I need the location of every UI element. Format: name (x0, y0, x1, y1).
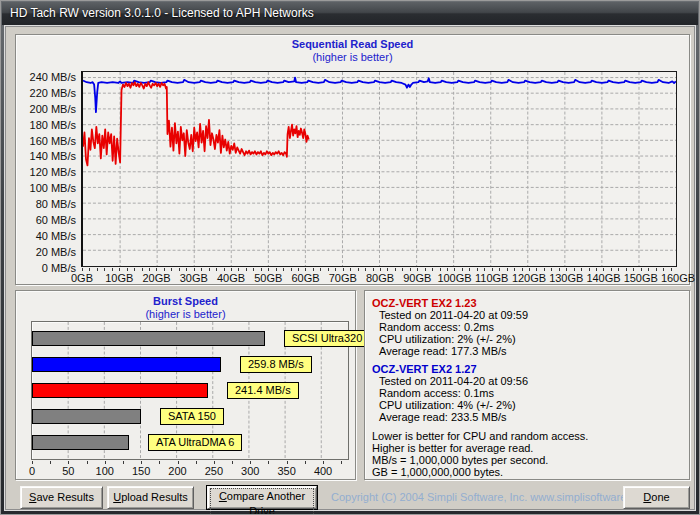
burst-x-tick-label: 250 (197, 465, 231, 477)
y-axis-tick-label: 100 MB/s (16, 182, 76, 194)
burst-speed-panel: Burst Speed (higher is better) SCSI Ultr… (15, 290, 356, 480)
upload-results-label: Upload Results (110, 489, 191, 506)
note-line: MB/s = 1,000,000 bytes per second. (372, 454, 685, 466)
save-results-label: Save Results (23, 489, 100, 506)
burst-bar (32, 435, 129, 450)
drive-stat-line: Random access: 0.2ms (372, 321, 685, 333)
hdtach-window: HD Tach RW version 3.0.1.0 - Licensed to… (0, 0, 700, 515)
burst-bar-label: SATA 150 (160, 408, 224, 425)
burst-x-tick-label: 0 (15, 465, 49, 477)
y-axis-tick-label: 80 MB/s (16, 198, 76, 210)
y-axis-tick-label: 200 MB/s (16, 103, 76, 115)
burst-bar (32, 383, 208, 398)
compare-another-drive-button[interactable]: Compare Another Drive (207, 486, 317, 509)
y-axis-tick-label: 220 MB/s (16, 87, 76, 99)
x-axis-tick-label: 160GB (653, 272, 700, 284)
y-axis-tick-label: 140 MB/s (16, 150, 76, 162)
drive-result-section: OCZ-VERT EX2 1.27Tested on 2011-04-20 at… (372, 363, 685, 423)
drive-name: OCZ-VERT EX2 1.23 (372, 297, 685, 309)
y-axis-tick-label: 180 MB/s (16, 119, 76, 131)
burst-bar-label: ATA UltraDMA 6 (148, 434, 242, 451)
drive-name: OCZ-VERT EX2 1.27 (372, 363, 685, 375)
burst-plot-area: SCSI Ultra320259.8 MB/s241.4 MB/sSATA 15… (31, 321, 349, 460)
sequential-read-panel: Sequential Read Speed (higher is better)… (15, 34, 690, 285)
done-button[interactable]: Done (623, 486, 690, 509)
results-info-panel: OCZ-VERT EX2 1.23Tested on 2011-04-20 at… (364, 290, 690, 480)
burst-bar (32, 409, 141, 424)
burst-x-tick-label: 150 (124, 465, 158, 477)
read-speed-line-red (83, 82, 309, 165)
sequential-gridlines (83, 72, 676, 266)
burst-chart-title: Burst Speed (16, 295, 355, 307)
note-line: Lower is better for CPU and random acces… (372, 430, 685, 442)
results-text: OCZ-VERT EX2 1.23Tested on 2011-04-20 at… (372, 295, 685, 478)
compare-another-drive-label: Compare Another Drive (210, 488, 314, 515)
burst-x-axis-ticks (32, 461, 350, 464)
y-axis-tick-label: 240 MB/s (16, 71, 76, 83)
y-axis-tick-label: 160 MB/s (16, 135, 76, 147)
drive-stat-line: Tested on 2011-04-20 at 09:59 (372, 309, 685, 321)
drive-stat-line: Tested on 2011-04-20 at 09:56 (372, 375, 685, 387)
burst-bar (32, 331, 265, 346)
sequential-plot-svg (83, 72, 676, 266)
burst-bar-label: 241.4 MB/s (227, 382, 299, 399)
burst-x-tick-label: 50 (51, 465, 85, 477)
sequential-x-axis-ticks (82, 268, 678, 271)
burst-x-tick-label: 100 (88, 465, 122, 477)
sequential-chart-title: Sequential Read Speed (16, 38, 689, 50)
title-bar[interactable]: HD Tach RW version 3.0.1.0 - Licensed to… (2, 2, 698, 25)
drive-stat-line: Average read: 177.3 MB/s (372, 345, 685, 357)
sequential-plot-area (81, 71, 677, 267)
burst-bar (32, 357, 221, 372)
drive-stat-line: Random access: 0.1ms (372, 387, 685, 399)
window-title: HD Tach RW version 3.0.1.0 - Licensed to… (2, 2, 698, 25)
drive-stat-line: Average read: 233.5 MB/s (372, 411, 685, 423)
note-line: Higher is better for average read. (372, 442, 685, 454)
drive-result-section: OCZ-VERT EX2 1.23Tested on 2011-04-20 at… (372, 297, 685, 357)
burst-chart-subtitle: (higher is better) (16, 308, 355, 320)
burst-x-tick-label: 400 (306, 465, 340, 477)
burst-bar-label: 259.8 MB/s (240, 356, 312, 373)
note-line: GB = 1,000,000,000 bytes. (372, 466, 685, 478)
burst-x-tick-label: 350 (270, 465, 304, 477)
burst-x-tick-label: 200 (161, 465, 195, 477)
copyright-text: Copyright (C) 2004 Simpli Software, Inc.… (331, 491, 613, 503)
sequential-chart-subtitle: (higher is better) (16, 51, 689, 63)
y-axis-tick-label: 40 MB/s (16, 230, 76, 242)
dialog-client-area: Sequential Read Speed (higher is better)… (5, 26, 695, 510)
burst-x-tick-label: 300 (233, 465, 267, 477)
drive-stat-line: CPU utilization: 4% (+/- 2%) (372, 399, 685, 411)
drive-stat-line: CPU utilization: 2% (+/- 2%) (372, 333, 685, 345)
y-axis-tick-label: 20 MB/s (16, 246, 76, 258)
done-label: Done (626, 489, 687, 506)
burst-bar-label: SCSI Ultra320 (284, 330, 370, 347)
y-axis-tick-label: 120 MB/s (16, 166, 76, 178)
y-axis-tick-label: 60 MB/s (16, 214, 76, 226)
notes-section: Lower is better for CPU and random acces… (372, 430, 685, 478)
save-results-button[interactable]: Save Results (20, 486, 103, 509)
upload-results-button[interactable]: Upload Results (107, 486, 194, 509)
